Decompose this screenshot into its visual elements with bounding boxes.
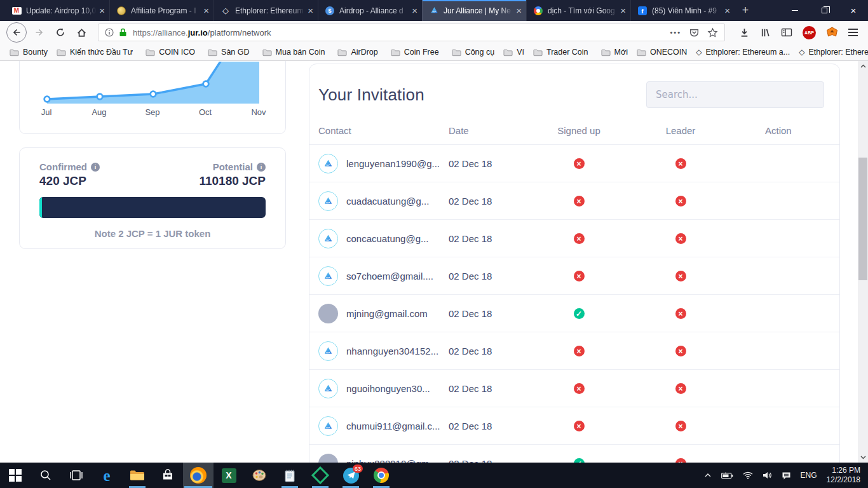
taskbar-firefox-icon[interactable] (183, 463, 214, 488)
browser-tab-alliance[interactable]: $Airdrop - Alliance d× (318, 0, 422, 21)
toolbar-right-icons: ABP (733, 26, 862, 39)
taskbar-paint-icon[interactable] (244, 463, 275, 488)
taskbar-chrome-icon[interactable] (366, 463, 397, 488)
taskbar-edge-icon[interactable]: e (92, 463, 122, 488)
browser-scrollbar[interactable] (858, 61, 868, 463)
bookmark-folder[interactable]: COIN ICO (141, 45, 200, 59)
adblock-plus-icon[interactable]: ABP (803, 26, 816, 39)
signed-up-cell: ✓ (531, 458, 627, 463)
browser-tab-google[interactable]: dịch - Tìm với Goog× (526, 0, 630, 21)
tab-title: Update: Airdrop 10,0 (26, 6, 97, 15)
bookmark-folder[interactable]: Sàn GD (203, 45, 254, 59)
taskbar-search-icon[interactable] (31, 463, 61, 488)
table-row: ninhvu888910@gm...02 Dec 18✓× (309, 444, 839, 463)
scroll-down-arrow[interactable] (858, 452, 868, 463)
tab-close-icon[interactable]: × (724, 6, 730, 15)
page-actions-icon[interactable]: ••• (670, 29, 681, 36)
signed-up-cell: ✓ (531, 308, 627, 320)
close-button[interactable]: × (839, 0, 868, 21)
info-icon[interactable]: i (257, 163, 266, 172)
taskbar-green-diamond-icon[interactable] (305, 463, 336, 488)
bookmark-folder[interactable]: Kiến thức Đầu Tư (52, 45, 137, 59)
scrollbar-thumb[interactable] (858, 158, 867, 280)
tab-close-icon[interactable]: × (620, 6, 626, 15)
avatar (318, 304, 338, 323)
cross-circle-icon: × (675, 233, 686, 244)
new-tab-button[interactable]: + (735, 0, 756, 21)
downloads-icon[interactable] (739, 27, 750, 38)
browser-tab-facebook[interactable]: f(85) Viên Minh - #9× (630, 0, 735, 21)
taskbar-store-icon[interactable] (153, 463, 183, 488)
volume-icon[interactable] (763, 471, 772, 479)
facebook-tab-icon: f (637, 6, 648, 16)
language-indicator[interactable]: ENG (801, 471, 817, 480)
taskbar-start-icon[interactable] (0, 463, 31, 488)
tab-title: Jur Alliance | My Ne (444, 6, 513, 15)
bookmark-folder[interactable]: Ví (499, 45, 529, 59)
restore-button[interactable] (810, 0, 839, 21)
minimize-button[interactable] (780, 0, 810, 21)
bookmark-folder[interactable]: Mua bán Coin (258, 45, 330, 59)
search-input[interactable] (646, 81, 824, 108)
contact-cell: nhannguyen304152... (318, 341, 449, 361)
urlbar-actions: ••• (670, 27, 721, 38)
bookmark-link[interactable]: ◇Ethplorer: Ethereum a... (794, 45, 868, 59)
bookmark-folder[interactable]: AirDrop (333, 45, 382, 59)
page-title: Your Invitation (318, 85, 424, 105)
close-icon: × (851, 6, 857, 15)
bookmark-folder[interactable]: Công cụ (447, 45, 499, 59)
tab-close-icon[interactable]: × (99, 6, 105, 15)
wifi-icon[interactable] (743, 471, 753, 479)
library-icon[interactable] (760, 27, 771, 38)
contact-cell: concacuatung@g... (318, 229, 449, 248)
bookmark-folder[interactable]: Mới (597, 45, 632, 59)
taskbar-notepad-icon[interactable] (275, 463, 305, 488)
home-icon (76, 27, 87, 38)
restore-icon (822, 8, 827, 13)
bookmark-folder[interactable]: Bounty (5, 45, 52, 59)
tab-close-icon[interactable]: × (203, 6, 209, 15)
cross-circle-icon: × (675, 196, 686, 207)
action-center-icon[interactable] (782, 471, 791, 480)
info-icon[interactable]: i (91, 163, 100, 172)
url-bar[interactable]: https://alliance.jur.io/platform/network… (98, 24, 725, 41)
browser-tab-ethplorer[interactable]: ◇Ethplorer: Ethereum× (214, 0, 318, 21)
forward-button[interactable] (30, 23, 49, 42)
tab-close-icon[interactable]: × (516, 6, 522, 15)
taskbar-explorer-icon[interactable] (122, 463, 153, 488)
bookmark-star-icon[interactable] (707, 27, 718, 38)
bookmark-folder[interactable]: Trader Coin (529, 45, 593, 59)
taskbar-excel-icon[interactable]: X (214, 463, 244, 488)
https-padlock-icon[interactable] (119, 28, 127, 37)
bookmark-label: Ví (517, 48, 524, 57)
browser-tab-gmail[interactable]: MUpdate: Airdrop 10,0× (5, 0, 109, 21)
reload-button[interactable] (51, 23, 70, 42)
menu-hamburger-icon[interactable] (848, 29, 858, 36)
potential-value: 110180 JCP (199, 174, 266, 188)
pocket-icon[interactable] (689, 27, 700, 38)
bookmark-link[interactable]: ◇Ethplorer: Ethereum a... (691, 45, 794, 59)
clock[interactable]: 1:26 PM 12/2/2018 (827, 466, 860, 485)
bookmark-folder[interactable]: ONECOIN (632, 45, 691, 59)
browser-tab-jur[interactable]: Jur Alliance | My Ne× (422, 0, 526, 21)
battery-icon[interactable] (721, 472, 733, 479)
tab-close-icon[interactable]: × (308, 6, 313, 15)
scroll-up-arrow[interactable] (858, 61, 868, 71)
back-button[interactable] (6, 22, 27, 43)
signed-up-cell: × (531, 195, 627, 207)
sidebar-icon[interactable] (781, 27, 792, 37)
windows-taskbar: eX63 ENG 1:26 PM 12/2/2018 (0, 463, 868, 488)
tray-chevron-icon[interactable] (704, 472, 712, 478)
x-tick-label: Oct (191, 107, 219, 117)
bookmark-folder[interactable]: Coin Free (386, 45, 444, 59)
contact-email: chumui911@gmail.c... (346, 421, 440, 431)
site-info-icon[interactable] (105, 28, 114, 37)
tab-close-icon[interactable]: × (412, 6, 417, 15)
browser-tab-coin[interactable]: Affiliate Program - I× (109, 0, 214, 21)
leader-cell: × (627, 345, 735, 357)
home-button[interactable] (72, 23, 91, 42)
back-icon (11, 27, 22, 37)
metamask-icon[interactable] (826, 27, 838, 38)
taskbar-telegram-icon[interactable]: 63 (336, 463, 366, 488)
taskbar-task-view-icon[interactable] (61, 463, 92, 488)
